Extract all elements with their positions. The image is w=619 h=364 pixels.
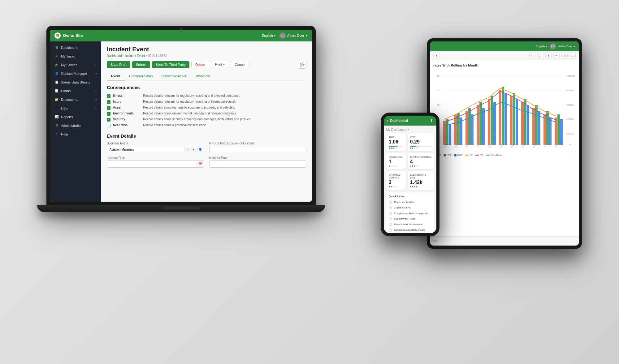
metric-on-road: On-Road Vehicle 3 [386,171,406,190]
tablet-edit-button[interactable]: ✏ [553,53,560,59]
language-selector[interactable]: English ▾ [262,33,276,37]
phone-screen: ‹ Dashboard ⬆ My Dashboard TRIR 1.06 [384,116,436,233]
injury-checkbox[interactable]: ✓ [107,100,110,104]
tablet-user-menu[interactable]: Adam Dyer ▾ [558,45,575,48]
help-icon: ? [54,132,59,136]
tab-workflow[interactable]: Workflow [192,72,214,80]
sidebar-item-lists[interactable]: ☰ Lists ▸ [50,104,101,113]
submit-button[interactable]: Submit [132,61,150,68]
tablet-user-avatar: AD [550,43,556,49]
sidebar-item-admin[interactable]: ⚙ Administration [50,121,101,130]
comment-button[interactable]: 💬 [298,61,306,69]
dot [416,186,417,187]
date-calendar-button[interactable]: 📅 [196,161,204,167]
sidebar-item-career[interactable]: 🎓 My Career ▸ [50,61,101,69]
legend-mtc-dot [444,154,446,156]
tablet-download-button[interactable]: ⬇ [545,53,552,59]
svg-rect-37 [513,93,515,145]
incident-date-input[interactable] [107,161,196,167]
entity-person-button[interactable]: 👤 [196,147,204,152]
consequence-near-miss: Near Miss - Record details about a poten… [107,122,306,128]
cancel-button[interactable]: Cancel [231,61,249,68]
legend-rwc-dot [454,154,457,156]
entity-dropdown-button[interactable]: ▾ [191,147,196,152]
career-icon: 🎓 [54,63,59,67]
ql-report-incident[interactable]: 📄 Report an Incident [389,199,431,205]
tablet-more-button[interactable]: … [569,53,576,59]
svg-rect-24 [465,111,468,145]
phone-back-icon[interactable]: ‹ [387,118,388,123]
print-button[interactable]: Print ▾ [211,61,229,68]
tab-corrective-action[interactable]: Corrective Action [157,72,191,80]
phone-upload-icon[interactable]: ⬆ [430,118,433,123]
save-draft-button[interactable]: Save Draft [107,61,130,68]
sidebar-item-documents[interactable]: 📁 Documents ▸ [50,95,101,104]
dot [391,148,392,149]
tablet-refresh-button[interactable]: ↻ [529,53,535,59]
sidebar-item-help[interactable]: ? Help [50,130,101,139]
dashboard-icon: ⊞ [54,45,59,50]
tablet-device: English ▾ AD Adam Dyer ▾ ⬆ ↻ 🖨 ⬇ ✏ ⚙ [427,38,582,249]
metric-ltir: LTIR 0.29 [408,133,434,151]
tablet-toolbar: ⬆ ↻ 🖨 ⬇ ✏ ⚙ … [430,51,579,60]
illness-checkbox[interactable]: ✓ [107,94,110,98]
phone-header-title: Dashboard [390,119,428,122]
lang-chevron-icon: ▾ [274,33,276,37]
dot [418,148,419,149]
gps-input-group [209,146,307,153]
dot [418,186,419,187]
sidebar-item-dashboard[interactable]: ⊞ Dashboard [50,43,101,52]
business-entity-field: Business Entity ✓ ▾ 👤 [107,142,204,153]
svg-text:1000000: 1000000 [566,75,575,77]
ql-sustainability[interactable]: 📄 Submit Sustainability Details [389,227,431,233]
security-checkbox[interactable]: ✓ [107,118,110,122]
comment-icon: 💬 [300,62,305,67]
sidebar-item-forms[interactable]: 📄 Forms ▸ [50,87,101,95]
svg-rect-34 [502,87,504,145]
phone-device: ‹ Dashboard ⬆ My Dashboard TRIR 1.06 [381,113,439,236]
sidebar-item-contact-manager[interactable]: 👤 Contact Manager ▸ [50,69,101,78]
breadcrumb-event[interactable]: Incident Event [125,54,145,58]
incident-time-input[interactable] [210,161,306,167]
tablet-upload-button[interactable]: ⬆ [433,53,439,59]
sidebar-item-tasks[interactable]: ☑ My Tasks [50,52,101,61]
sidebar-item-safety-data[interactable]: 📋 Safety Data Sheets [50,78,101,87]
dot [396,148,397,149]
tablet-print-button[interactable]: 🖨 [537,53,543,59]
safety-icon: 📋 [54,80,59,84]
near-miss-checkbox[interactable] [107,124,110,127]
send-to-third-party-button[interactable]: Send To Third Party [152,61,189,68]
tab-communication[interactable]: Communication [125,72,157,80]
tablet-language-selector[interactable]: English ▾ [536,45,547,48]
tablet-settings-button[interactable]: ⚙ [561,53,568,59]
svg-rect-28 [479,102,482,145]
breadcrumb-dashboard[interactable]: Dashboard [107,54,122,58]
tabs: Event Communication Corrective Action Wo… [107,72,306,80]
user-menu[interactable]: AD Adam Dyer ▾ [279,32,308,39]
ql-work-hours[interactable]: 📄 Submit Work Hours [389,216,431,222]
phone-section-label[interactable]: My Dashboard [386,128,434,131]
svg-text:20: 20 [437,89,439,92]
print-dropdown-icon: ▾ [223,62,225,66]
svg-rect-33 [499,90,501,145]
asset-checkbox[interactable]: ✓ [107,106,110,110]
entity-check-button[interactable]: ✓ [184,147,191,152]
gps-input[interactable] [210,146,306,153]
form-row-dates: Incident Date 📅 Incident Time [107,156,306,168]
delete-button[interactable]: Delete [191,61,209,68]
ql-work-obs[interactable]: 📄 Record Work Observation [389,222,431,227]
ql-create-capa[interactable]: 📄 Create a CAPA [389,205,431,211]
contact-icon: 👤 [54,71,59,76]
svg-text:0: 0 [569,143,571,146]
tab-event[interactable]: Event [107,72,125,80]
sidebar-item-reports[interactable]: 📊 Reports [50,113,101,121]
environmental-checkbox[interactable]: ✓ [107,112,110,116]
ql-audit[interactable]: 📄 Complete an Audit or Inspection [389,211,431,216]
business-entity-input[interactable] [107,146,184,153]
tablet-screen: English ▾ AD Adam Dyer ▾ ⬆ ↻ 🖨 ⬇ ✏ ⚙ [430,41,579,246]
forms-arrow-icon: ▸ [96,89,97,92]
incident-date-input-group: 📅 [107,161,204,168]
dot [396,165,397,167]
legend-ftl: FTL [475,154,483,156]
legend-work-hours-line [486,155,490,156]
